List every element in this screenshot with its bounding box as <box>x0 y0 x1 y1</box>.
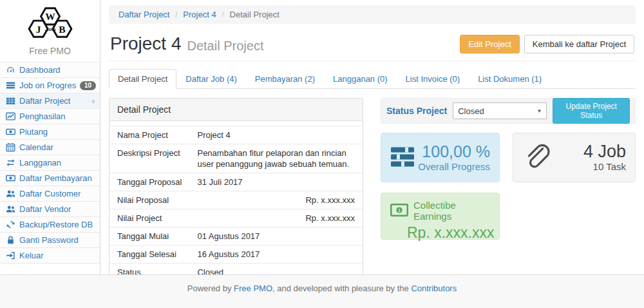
status-selected-value: Closed <box>458 106 484 116</box>
tasks-icon <box>5 81 15 90</box>
row-value: Penambahan fitur pelaporan dan rincian u… <box>189 144 363 173</box>
sidebar-item-label: Langganan <box>19 158 61 168</box>
sidebar-nav: Dashboard Job on Progress 10 Daftar Proj… <box>0 62 100 264</box>
calendar-icon <box>5 142 15 152</box>
page-subtitle: Detail Project <box>187 35 264 53</box>
earnings-label: Collectibe Earnings <box>413 200 490 222</box>
free-pmo-link[interactable]: Free PMO <box>234 284 272 293</box>
contributors-link[interactable]: Contributors <box>411 284 457 293</box>
main-content: Daftar Project / Project 4 / Detail Proj… <box>100 0 644 274</box>
lock-icon <box>5 235 15 245</box>
tab-list-dokumen[interactable]: List Dokumen (1) <box>469 69 551 89</box>
table-row: Nama Project Project 4 <box>109 126 363 144</box>
job-count-badge: 10 <box>80 81 96 90</box>
logo-letter-b: B <box>59 24 65 35</box>
status-project-bar: Status Project Closed ▼ Update Project S… <box>381 98 636 124</box>
status-select[interactable]: Closed ▼ <box>453 102 547 119</box>
table-row: Nilai Project Rp. x.xxx.xxx <box>109 209 363 227</box>
tab-daftar-job[interactable]: Daftar Job (4) <box>176 69 245 89</box>
summary-cards-row: 100,00 % Overall Progress 4 Job 10 Task <box>381 133 636 182</box>
breadcrumb: Daftar Project / Project 4 / Detail Proj… <box>109 5 636 24</box>
dashboard-icon <box>5 65 15 75</box>
sidebar-item-job-on-progress[interactable]: Job on Progress 10 <box>0 78 100 93</box>
app-window: W J B .com Free PMO Dashboard Job on Pro… <box>0 0 644 275</box>
logo-letter-w: W <box>45 11 55 22</box>
sidebar-item-label: Dashboard <box>19 65 61 75</box>
tab-bar: Detail Project Daftar Job (4) Pembayaran… <box>109 69 636 89</box>
row-value: Rp. x.xxx.xxx <box>189 209 363 227</box>
sidebar-item-label: Daftar Vendor <box>19 204 71 214</box>
earnings-value: Rp. x.xxx.xxx <box>407 224 490 242</box>
overall-progress-value: 100,00 % <box>418 142 490 160</box>
tab-langganan[interactable]: Langganan (0) <box>324 69 397 89</box>
money-icon: 1 <box>390 204 408 218</box>
collectible-earnings-card: 1 Collectibe Earnings Rp. x.xxx.xxx <box>381 193 500 240</box>
row-label: Deskripsi Project <box>109 144 189 173</box>
brand-logo[interactable]: W J B .com <box>0 0 100 44</box>
sidebar-item-daftar-project[interactable]: Daftar Project ‹ <box>0 93 100 109</box>
sidebar-item-label: Daftar Pembayaran <box>19 173 92 183</box>
panel-title: Detail Project <box>109 99 363 121</box>
sidebar-item-daftar-pembayaran[interactable]: Daftar Pembayaran <box>0 171 100 186</box>
jobs-summary-card: 4 Job 10 Task <box>513 133 636 182</box>
row-value: Rp. x.xxx.xxx <box>189 191 363 209</box>
table-row: Nilai Proposal Rp. x.xxx.xxx <box>109 191 363 209</box>
sidebar-item-langganan[interactable]: Langganan <box>0 155 100 171</box>
back-to-project-list-button[interactable]: Kembali ke daftar Project <box>524 35 634 53</box>
table-row: Tanggal Proposal 31 Juli 2017 <box>109 173 363 191</box>
edit-project-button[interactable]: Edit Project <box>460 35 519 53</box>
tab-detail-project[interactable]: Detail Project <box>109 69 176 89</box>
row-value: 31 Juli 2017 <box>189 173 363 191</box>
logo-domain: .com <box>44 26 55 32</box>
sidebar-item-backup-restore-db[interactable]: Backup/Restore DB <box>0 217 100 233</box>
sidebar-item-penghasilan[interactable]: Penghasilan <box>0 109 100 124</box>
update-project-status-button[interactable]: Update Project Status <box>553 98 630 124</box>
breadcrumb-daftar-project[interactable]: Daftar Project <box>118 10 169 19</box>
sidebar-item-daftar-customer[interactable]: Daftar Customer <box>0 186 100 202</box>
line-chart-icon <box>5 111 15 121</box>
row-value: 01 Agustus 2017 <box>189 227 363 245</box>
money-icon <box>5 173 15 183</box>
row-label: Tanggal Proposal <box>109 173 189 191</box>
logo-letter-j: J <box>35 24 41 35</box>
table-row: Status Closed <box>109 264 363 276</box>
detail-project-panel: Detail Project Nama Project Project 4 De… <box>109 98 363 275</box>
sidebar-item-ganti-password[interactable]: Ganti Password <box>0 233 100 248</box>
refresh-icon <box>5 220 15 229</box>
sidebar-item-piutang[interactable]: Piutang <box>0 124 100 140</box>
paperclip-icon <box>522 142 552 173</box>
row-value: Project 4 <box>189 126 363 144</box>
tab-content: Detail Project Nama Project Project 4 De… <box>109 89 636 275</box>
brand-name: Free PMO <box>0 44 100 62</box>
sidebar-item-label: Backup/Restore DB <box>19 220 93 229</box>
table-row: Deskripsi Project Penambahan fitur pelap… <box>109 144 363 173</box>
right-column: Status Project Closed ▼ Update Project S… <box>381 98 636 275</box>
retweet-icon <box>5 158 15 168</box>
tab-pembayaran[interactable]: Pembayaran (2) <box>246 69 324 89</box>
sidebar-item-label: Penghasilan <box>19 111 66 121</box>
table-row: Tanggal Mulai 01 Agustus 2017 <box>109 227 363 245</box>
table-row: Tanggal Selesai 16 Agustus 2017 <box>109 245 363 264</box>
money-icon <box>5 127 15 137</box>
row-label: Tanggal Mulai <box>109 227 189 245</box>
detail-table: Nama Project Project 4 Deskripsi Project… <box>109 126 363 275</box>
tab-list-invoice[interactable]: List Invoice (0) <box>397 69 469 89</box>
sidebar-item-daftar-vendor[interactable]: Daftar Vendor <box>0 202 100 217</box>
sidebar-item-label: Piutang <box>19 127 48 137</box>
breadcrumb-project-4[interactable]: Project 4 <box>183 10 216 19</box>
sidebar-item-label: Ganti Password <box>19 235 79 245</box>
sidebar-item-dashboard[interactable]: Dashboard <box>0 63 100 78</box>
sidebar-item-label: Keluar <box>19 251 44 260</box>
sidebar-item-calendar[interactable]: Calendar <box>0 140 100 155</box>
overall-progress-label: Overall Progress <box>418 160 490 173</box>
sidebar: W J B .com Free PMO Dashboard Job on Pro… <box>0 0 100 274</box>
users-icon <box>5 189 15 198</box>
footer-powered-text: Powered by <box>187 284 234 293</box>
sidebar-item-keluar[interactable]: Keluar <box>0 248 100 264</box>
breadcrumb-separator: / <box>222 10 224 19</box>
task-count-value: 10 Task <box>583 160 626 173</box>
users-icon <box>5 204 15 214</box>
jwb-logo-icon: W J B .com <box>19 4 81 43</box>
page-header: Project 4 Detail Project Edit Project Ke… <box>109 32 636 61</box>
status-project-label: Status Project <box>386 106 447 116</box>
